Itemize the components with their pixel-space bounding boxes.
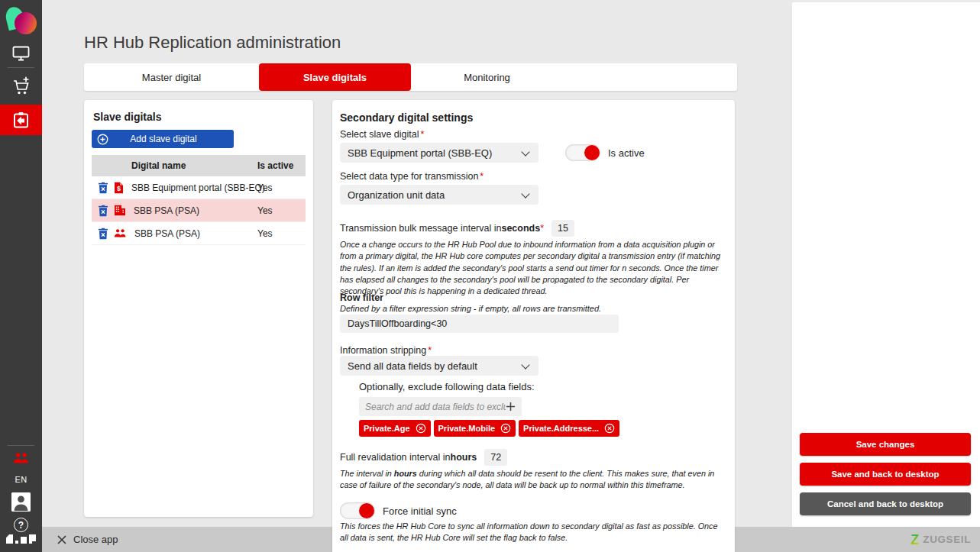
zugseil-logo: Z ZUGSEIL bbox=[910, 527, 971, 552]
is-active-value: Yes bbox=[257, 228, 273, 239]
information-stripping-select[interactable]: Send all data fields by default bbox=[340, 356, 539, 376]
add-button-label: Add slave digital bbox=[108, 134, 218, 144]
exclude-fields-search-input[interactable] bbox=[365, 402, 506, 412]
select-slave-label: Select slave digital* bbox=[340, 129, 424, 140]
language-selector[interactable]: EN bbox=[0, 475, 42, 484]
bulk-interval-description: Once a change occurs to the HR Hub Pool … bbox=[340, 239, 727, 298]
zugseil-z-glyph: Z bbox=[910, 533, 919, 547]
avatar[interactable] bbox=[11, 492, 31, 512]
logo-block bbox=[21, 537, 27, 544]
logo-circle-shape bbox=[15, 12, 37, 34]
information-stripping-value: Send all data fields by default bbox=[348, 360, 477, 372]
building-icon bbox=[114, 205, 126, 216]
tab-slave-digitals[interactable]: Slave digitals bbox=[259, 63, 411, 91]
bulk-interval-row: Transmission bulk message interval in se… bbox=[340, 220, 574, 237]
row-filter-input[interactable] bbox=[340, 315, 619, 333]
zugseil-wordmark: ZUGSEIL bbox=[923, 534, 971, 545]
close-icon bbox=[57, 535, 66, 544]
force-initial-sync-label: Force initial sync bbox=[383, 505, 457, 517]
add-slave-digital-button[interactable]: Add slave digital bbox=[92, 130, 234, 148]
logo-block bbox=[29, 534, 36, 544]
table-row[interactable]: SBB PSA (PSA) Yes bbox=[92, 222, 306, 245]
excluded-fields-tags: Private.Age Private.Mobile Private.Addre… bbox=[359, 420, 619, 437]
exclude-fields-label: Optionally, exclude following data field… bbox=[359, 381, 535, 392]
slave-digital-select-value: SBB Equipment portal (SBB-EQ) bbox=[348, 147, 492, 159]
excluded-field-tag: Private.Age bbox=[359, 420, 431, 437]
column-is-active: Is active bbox=[257, 160, 293, 171]
column-digital-name: Digital name bbox=[131, 160, 186, 171]
tab-bar: Master digital Slave digitals Monitoring bbox=[84, 63, 737, 91]
digital-name: SBB PSA (PSA) bbox=[134, 228, 200, 239]
datatype-select-value: Organization unit data bbox=[348, 189, 445, 201]
revalidation-interval-input[interactable]: 72 bbox=[484, 449, 507, 466]
tag-label: Private.Age bbox=[364, 424, 410, 433]
close-app-button[interactable]: Close app bbox=[57, 527, 118, 552]
settings-title: Secondary digital settings bbox=[340, 111, 473, 124]
help-glyph: ? bbox=[18, 520, 24, 531]
row-filter-description: Defined by a filter expression string - … bbox=[340, 303, 727, 315]
digital-name: SBB PSA (PSA) bbox=[134, 205, 199, 216]
page-title: HR Hub Replication administration bbox=[84, 33, 341, 53]
remove-tag-icon[interactable] bbox=[604, 423, 615, 434]
delete-icon[interactable] bbox=[98, 228, 108, 240]
chevron-down-icon bbox=[521, 189, 529, 198]
remove-tag-icon[interactable] bbox=[416, 423, 426, 434]
table-row-selected[interactable]: SBB PSA (PSA) Yes bbox=[92, 199, 306, 222]
digital-name: SBB Equipment portal (SBB-EQ) bbox=[131, 182, 265, 193]
cancel-and-back-button[interactable]: Cancel and back to desktop bbox=[800, 492, 971, 515]
support-people-icon[interactable] bbox=[0, 452, 42, 464]
save-and-back-button[interactable]: Save and back to desktop bbox=[800, 463, 971, 486]
svg-text:$: $ bbox=[117, 185, 121, 192]
datatype-select[interactable]: Organization unit data bbox=[340, 185, 539, 205]
revalidation-description: The interval in hours during which all d… bbox=[340, 468, 727, 492]
force-initial-sync-description: This forces the HR Hub Core to sync all … bbox=[340, 521, 727, 544]
cart-plus-icon[interactable] bbox=[0, 76, 42, 96]
toggle-knob bbox=[359, 503, 374, 518]
slave-digital-select[interactable]: SBB Equipment portal (SBB-EQ) bbox=[340, 143, 539, 163]
is-active-value: Yes bbox=[257, 182, 273, 193]
app-logo[interactable] bbox=[5, 5, 38, 37]
logo-block bbox=[6, 534, 13, 544]
tab-monitoring[interactable]: Monitoring bbox=[411, 63, 563, 91]
force-initial-sync-toggle[interactable] bbox=[340, 502, 375, 519]
slave-digitals-panel: Slave digitals Add slave digital Digital… bbox=[84, 100, 313, 517]
select-datatype-label: Select data type for transmission* bbox=[340, 171, 484, 182]
delete-icon[interactable] bbox=[98, 182, 108, 194]
bulk-interval-input[interactable]: 15 bbox=[551, 220, 574, 237]
zugseil-blocks-logo bbox=[6, 534, 36, 544]
sidebar-divider bbox=[8, 445, 34, 446]
sidebar: EN ? bbox=[0, 0, 42, 552]
excluded-field-tag: Private.Addresse... bbox=[519, 420, 619, 437]
table-header: Digital name Is active bbox=[92, 155, 306, 176]
sidebar-item-replication-admin[interactable] bbox=[0, 105, 42, 135]
is-active-value: Yes bbox=[257, 205, 273, 216]
tag-label: Private.Addresse... bbox=[523, 424, 599, 433]
excluded-field-tag: Private.Mobile bbox=[434, 420, 516, 437]
toggle-knob bbox=[584, 145, 600, 160]
close-app-label: Close app bbox=[73, 534, 118, 545]
action-panel: Save changes Save and back to desktop Ca… bbox=[792, 2, 980, 527]
tab-master-digital[interactable]: Master digital bbox=[84, 63, 259, 91]
document-dollar-icon: $ bbox=[114, 182, 124, 194]
desktop-icon[interactable] bbox=[0, 46, 42, 61]
panel-title: Slave digitals bbox=[93, 111, 161, 123]
is-active-toggle[interactable] bbox=[565, 144, 600, 161]
remove-tag-icon[interactable] bbox=[500, 423, 511, 434]
delete-icon[interactable] bbox=[98, 205, 108, 217]
chevron-down-icon bbox=[521, 147, 529, 156]
logo-block bbox=[15, 541, 18, 544]
help-icon[interactable]: ? bbox=[14, 518, 28, 532]
add-field-icon[interactable] bbox=[506, 402, 516, 412]
plus-circle-icon bbox=[97, 134, 108, 145]
tag-label: Private.Mobile bbox=[438, 424, 496, 433]
chevron-down-icon bbox=[521, 360, 529, 369]
row-filter-label: Row filter bbox=[340, 292, 383, 303]
people-icon bbox=[114, 228, 127, 238]
table-row[interactable]: $ SBB Equipment portal (SBB-EQ) Yes bbox=[92, 176, 306, 199]
sidebar-divider bbox=[8, 67, 34, 68]
information-stripping-label: Information stripping* bbox=[340, 345, 432, 356]
clipboard-arrow-icon bbox=[11, 111, 31, 130]
settings-panel: Secondary digital settings Select slave … bbox=[332, 100, 735, 552]
revalidation-row: Full revalidation interval in hours 72 bbox=[340, 449, 507, 466]
save-changes-button[interactable]: Save changes bbox=[800, 433, 971, 456]
